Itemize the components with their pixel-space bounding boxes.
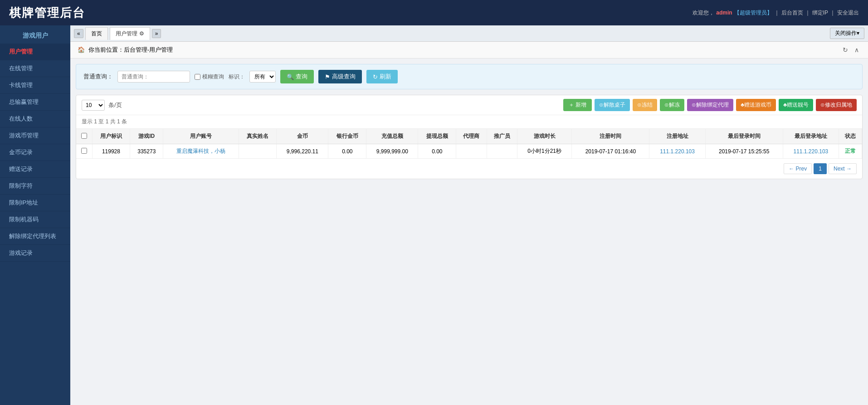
- sidebar-item-5[interactable]: 游戏币管理: [0, 127, 70, 144]
- advanced-search-label: 高级查询: [332, 73, 356, 81]
- welcome-text: 欢迎您，: [692, 9, 714, 17]
- col-header-2: 游戏ID: [130, 129, 163, 144]
- unfreeze-button[interactable]: ⊙解冻: [660, 99, 684, 111]
- sidebar-item-2[interactable]: 卡线管理: [0, 77, 70, 94]
- search-button[interactable]: 🔍 查询: [280, 70, 314, 83]
- refresh-button[interactable]: ↻ 刷新: [366, 70, 398, 83]
- breadcrumb-bar: 🏠 你当前位置：后台管理-用户管理 ↻ ∧: [70, 42, 868, 59]
- sep3: ｜: [830, 9, 835, 17]
- table-row: 119928335273重启魔瀑科技，小杨9,996,220.110.009,9…: [76, 144, 862, 159]
- tab-nav-next[interactable]: »: [152, 29, 161, 38]
- sep2: ｜: [805, 9, 810, 17]
- add-user-button[interactable]: ＋ 新增: [563, 99, 592, 111]
- cell-0-4: [239, 144, 277, 159]
- link-bind-ip[interactable]: 绑定IP: [812, 9, 828, 17]
- close-operations-button[interactable]: 关闭操作▾: [830, 28, 864, 39]
- breadcrumb: 🏠 你当前位置：后台管理-用户管理: [78, 46, 173, 54]
- sidebar: 游戏用户 用户管理在线管理卡线管理总输赢管理在线人数游戏币管理金币记录赠送记录限…: [0, 25, 70, 405]
- link-logout[interactable]: 安全退出: [837, 9, 859, 17]
- breadcrumb-actions: ↻ ∧: [841, 45, 861, 54]
- tab-settings-icon: ⚙: [139, 30, 144, 37]
- tab-user-management[interactable]: 用户管理 ⚙: [110, 27, 150, 40]
- freeze-button[interactable]: ⊙冻结: [633, 99, 657, 111]
- cell-0-11: 0小时1分21秒: [517, 144, 572, 159]
- sidebar-item-9[interactable]: 限制IP地址: [0, 195, 70, 211]
- summary-text: 显示 1 至 1 共 1 条: [82, 118, 127, 125]
- pagination-page-1[interactable]: 1: [814, 163, 827, 174]
- cell-0-7: 9,999,999.00: [366, 144, 418, 159]
- gift-coin-button[interactable]: ♣赠送游戏币: [736, 99, 776, 111]
- col-header-9: 代理商: [456, 129, 487, 144]
- gift-coin-label: ♣赠送游戏币: [741, 101, 771, 109]
- advanced-search-button[interactable]: ⚑ 高级查询: [318, 70, 362, 83]
- change-home-button[interactable]: ⊙修改归属地: [816, 99, 857, 111]
- table-toolbar: 10 20 50 100 条/页 ＋ 新增 ⊙解散桌子: [76, 95, 862, 115]
- sidebar-item-3[interactable]: 总输赢管理: [0, 94, 70, 111]
- data-table: 用户标识游戏ID用户账号真实姓名金币银行金币充值总额提现总额代理商推广员游戏时长…: [76, 129, 862, 159]
- col-header-12: 注册时间: [572, 129, 649, 144]
- search-icon: 🔍: [287, 73, 294, 80]
- per-page-select[interactable]: 10 20 50 100: [82, 100, 105, 111]
- cell-0-14: 2019-07-17 15:25:55: [705, 144, 783, 159]
- table-area: 10 20 50 100 条/页 ＋ 新增 ⊙解散桌子: [76, 95, 863, 179]
- col-header-4: 真实姓名: [239, 129, 277, 144]
- sidebar-item-4[interactable]: 在线人数: [0, 111, 70, 127]
- scatter-table-button[interactable]: ⊙解散桌子: [595, 99, 630, 111]
- advanced-search-icon: ⚑: [325, 73, 330, 80]
- scatter-label: ⊙解散桌子: [599, 101, 625, 109]
- pagination: ← Prev 1 Next →: [76, 159, 862, 179]
- cell-0-0: [76, 144, 92, 159]
- toolbar-right: ＋ 新增 ⊙解散桌子 ⊙冻结 ⊙解冻 ⊙解除绑定代理: [563, 99, 857, 111]
- freeze-label: ⊙冻结: [637, 101, 653, 109]
- cell-0-16: 正常: [839, 144, 862, 159]
- col-header-14: 最后登录时间: [705, 129, 783, 144]
- sidebar-item-7[interactable]: 赠送记录: [0, 161, 70, 178]
- pagination-next-button[interactable]: Next →: [829, 163, 857, 174]
- collapse-icon-btn[interactable]: ∧: [853, 45, 861, 54]
- unbind-agent-button[interactable]: ⊙解除绑定代理: [687, 99, 733, 111]
- sidebar-item-8[interactable]: 限制字符: [0, 178, 70, 195]
- header-right: 欢迎您， admin 【超级管理员】 ｜ 后台首页 ｜ 绑定IP ｜ 安全退出: [692, 9, 859, 17]
- sidebar-item-10[interactable]: 限制机器码: [0, 211, 70, 228]
- row-checkbox-0[interactable]: [81, 148, 87, 154]
- sidebar-item-6[interactable]: 金币记录: [0, 144, 70, 161]
- col-header-1: 用户标识: [92, 129, 130, 144]
- cell-0-3[interactable]: 重启魔瀑科技，小杨: [163, 144, 239, 159]
- pagination-prev-button[interactable]: ← Prev: [784, 163, 812, 174]
- cell-0-15[interactable]: 111.1.220.103: [783, 144, 839, 159]
- select-all-checkbox[interactable]: [81, 133, 87, 139]
- refresh-label: 刷新: [380, 73, 391, 81]
- search-input[interactable]: [117, 71, 190, 83]
- cell-0-5: 9,996,220.11: [277, 144, 328, 159]
- header: 棋牌管理后台 欢迎您， admin 【超级管理员】 ｜ 后台首页 ｜ 绑定IP …: [0, 0, 868, 25]
- tab-home[interactable]: 首页: [85, 27, 108, 40]
- col-header-7: 充值总额: [366, 129, 418, 144]
- col-header-15: 最后登录地址: [783, 129, 839, 144]
- search-panel: 普通查询： 模糊查询 标识： 所有 🔍 查询 ⚑ 高级查询: [76, 64, 863, 89]
- tab-nav-prev[interactable]: «: [74, 29, 83, 38]
- sidebar-item-1[interactable]: 在线管理: [0, 60, 70, 77]
- sidebar-section-title: 游戏用户: [0, 25, 70, 44]
- close-ops-label: 关闭操作▾: [835, 30, 859, 36]
- gift-card-label: ♣赠送靓号: [783, 101, 809, 109]
- col-header-3: 用户账号: [163, 129, 239, 144]
- refresh-icon-btn[interactable]: ↻: [841, 45, 850, 54]
- flag-label: 标识：: [229, 73, 245, 81]
- per-page-label: 条/页: [108, 101, 122, 109]
- app-title: 棋牌管理后台: [9, 5, 85, 21]
- gift-card-button[interactable]: ♣赠送靓号: [779, 99, 813, 111]
- breadcrumb-text: 你当前位置：后台管理-用户管理: [88, 46, 173, 53]
- page-body: 普通查询： 模糊查询 标识： 所有 🔍 查询 ⚑ 高级查询: [70, 59, 868, 405]
- sidebar-item-12[interactable]: 游戏记录: [0, 245, 70, 262]
- search-btn-label: 查询: [296, 73, 307, 81]
- admin-role: 【超级管理员】: [734, 9, 772, 17]
- flag-select[interactable]: 所有: [249, 71, 276, 83]
- link-backend-home[interactable]: 后台首页: [781, 9, 803, 17]
- tabs-right: 关闭操作▾: [830, 28, 864, 39]
- fuzzy-checkbox[interactable]: [195, 74, 200, 80]
- cell-0-8: 0.00: [418, 144, 456, 159]
- sidebar-item-11[interactable]: 解除绑定代理列表: [0, 228, 70, 245]
- change-home-label: ⊙修改归属地: [820, 101, 852, 109]
- cell-0-13[interactable]: 111.1.220.103: [649, 144, 705, 159]
- sidebar-item-0[interactable]: 用户管理: [0, 44, 70, 60]
